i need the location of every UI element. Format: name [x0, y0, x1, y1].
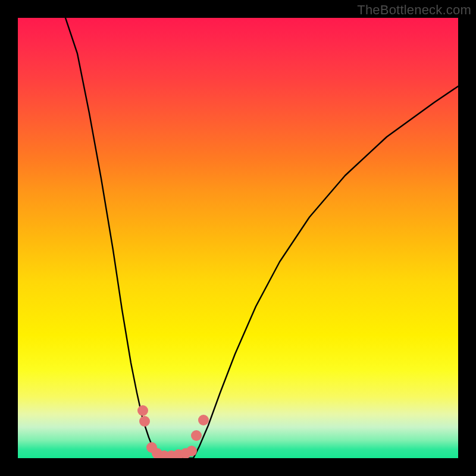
series-left-curve: [65, 18, 158, 458]
data-marker: [139, 416, 150, 427]
curve-lines: [65, 18, 458, 458]
series-right-curve: [193, 86, 458, 458]
data-marker: [198, 415, 209, 425]
chart-frame: TheBottleneck.com: [0, 0, 476, 476]
data-marker: [137, 405, 148, 416]
plot-area: [18, 18, 458, 458]
bottleneck-curve-svg: [18, 18, 458, 458]
data-marker: [186, 446, 197, 456]
watermark-text: TheBottleneck.com: [357, 2, 471, 18]
data-marker: [191, 430, 202, 441]
